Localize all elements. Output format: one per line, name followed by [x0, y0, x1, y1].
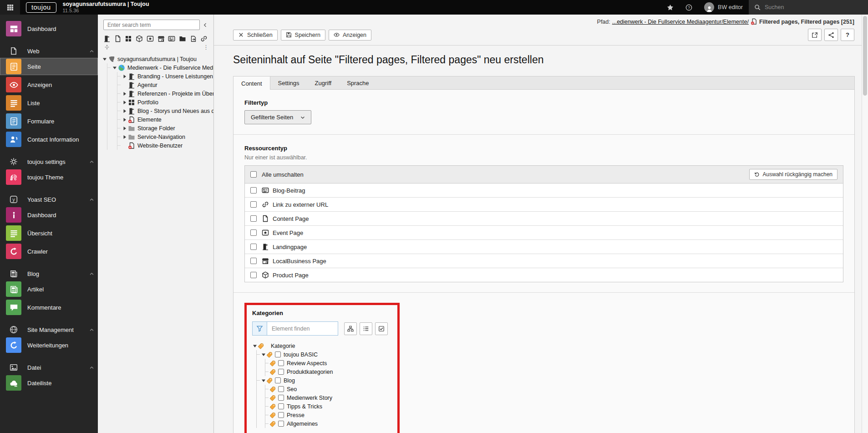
product-page-icon[interactable] [136, 35, 143, 42]
sidebar-item-liste[interactable]: Liste [0, 94, 98, 112]
toggle-checkboxes-button[interactable] [375, 322, 388, 335]
sidebar-item-weiterleitungen[interactable]: Weiterleitungen [0, 336, 98, 354]
sidebar-section-web[interactable]: Web [0, 45, 98, 57]
tree-node[interactable]: Referenzen - Projekte im Überblick [122, 89, 213, 98]
resource-row[interactable]: Product Page [245, 268, 843, 282]
caret-right-icon[interactable] [122, 109, 127, 113]
resize-handle-icon[interactable] [104, 44, 110, 50]
export-icon[interactable] [190, 35, 198, 42]
category-checkbox[interactable] [278, 360, 284, 366]
resource-row[interactable]: Content Page [245, 212, 843, 226]
tree-node[interactable]: Agentur [122, 81, 213, 89]
filtertyp-select[interactable]: Gefilterte Seiten [244, 110, 311, 124]
category-checkbox[interactable] [278, 421, 284, 427]
sidebar-section-blog[interactable]: Blog [0, 268, 98, 280]
toujou-logo[interactable]: toujou [26, 2, 56, 13]
toggle-all-checkbox[interactable] [250, 171, 257, 178]
module-grid-button[interactable] [0, 0, 20, 15]
category-checkbox[interactable] [278, 412, 284, 418]
caret-right-icon[interactable] [122, 118, 127, 122]
help-button[interactable] [680, 0, 698, 15]
tree-node[interactable]: Branding - Unsere Leistungen [122, 72, 213, 81]
tab-sprache[interactable]: Sprache [339, 76, 376, 89]
bookmarks-button[interactable] [661, 0, 680, 15]
tab-content[interactable]: Content [233, 76, 270, 90]
category-node[interactable]: toujou BASIC [261, 350, 392, 359]
category-filter-input[interactable] [267, 321, 338, 336]
tree-node[interactable]: Elemente [122, 115, 213, 124]
category-node[interactable]: Presse [269, 411, 392, 419]
expand-tree-button[interactable] [344, 322, 357, 335]
caret-down-icon[interactable] [102, 57, 107, 61]
category-checkbox[interactable] [278, 369, 284, 375]
resource-checkbox[interactable] [250, 201, 257, 208]
resource-checkbox[interactable] [250, 215, 257, 222]
sidebar-section-datei[interactable]: Datei [0, 362, 98, 373]
category-node[interactable]: Tipps & Tricks [269, 402, 392, 411]
resource-checkbox[interactable] [250, 258, 257, 264]
event-page-icon[interactable] [147, 35, 154, 42]
sidebar-section-site-management[interactable]: Site Management [0, 324, 98, 336]
sidebar-item-contact-information[interactable]: Contact Information [0, 131, 98, 148]
resource-row[interactable]: Blog-Beitrag [245, 183, 843, 198]
tree-node[interactable]: Portfolio [122, 98, 213, 107]
content-page-icon[interactable] [114, 35, 122, 42]
caret-right-icon[interactable] [122, 127, 127, 130]
resource-checkbox[interactable] [250, 244, 257, 250]
list-view-button[interactable] [360, 322, 372, 335]
path-link[interactable]: ...edienwerk - Die Fullservice Mediaagen… [612, 19, 749, 25]
caret-right-icon[interactable] [122, 75, 127, 78]
portfolio-icon[interactable] [125, 35, 132, 42]
scrollbar-thumb[interactable] [863, 16, 867, 96]
collapse-tree-button[interactable] [200, 22, 211, 28]
resource-checkbox[interactable] [250, 229, 257, 236]
category-node[interactable]: Produktkategorien [269, 367, 392, 376]
sidebar-item-uebersicht[interactable]: Übersicht [0, 224, 98, 242]
kebab-menu-icon[interactable]: ⋮ [203, 44, 209, 50]
sidebar-item-kommentare[interactable]: Kommentare [0, 299, 98, 316]
close-button[interactable]: Schließen [233, 30, 278, 41]
global-search-input[interactable] [765, 4, 842, 10]
sidebar-item-dashboard[interactable]: Dashboard [0, 20, 98, 37]
landingpage-icon[interactable] [103, 35, 111, 42]
resource-row[interactable]: LocalBusiness Page [245, 254, 843, 268]
caret-right-icon[interactable] [122, 135, 127, 139]
external-link-icon[interactable] [200, 35, 208, 42]
tree-node[interactable]: Website-Benutzer [122, 141, 213, 150]
share-button[interactable] [824, 29, 838, 41]
localbusiness-page-icon[interactable] [157, 35, 165, 42]
help-button[interactable]: ? [841, 29, 854, 41]
scrollbar[interactable] [862, 15, 868, 433]
open-new-window-button[interactable] [808, 29, 822, 41]
category-checkbox[interactable] [275, 377, 281, 383]
category-node[interactable]: Review Aspects [269, 359, 392, 367]
sidebar-item-artikel[interactable]: Artikel [0, 280, 98, 298]
category-node[interactable]: Allgemeines [269, 419, 392, 428]
caret-right-icon[interactable] [122, 101, 127, 104]
sidebar-item-formulare[interactable]: Formulare [0, 112, 98, 130]
sidebar-section-toujou-settings[interactable]: toujou settings [0, 156, 98, 168]
user-menu-button[interactable]: BW editor [698, 0, 749, 15]
resource-row[interactable]: Event Page [245, 226, 843, 240]
sidebar-section-yoast-seo[interactable]: Yoast SEO [0, 194, 98, 205]
save-button[interactable]: Speichern [281, 30, 325, 41]
undo-selection-button[interactable]: Auswahl rückgängig machen [749, 169, 838, 180]
tree-node-site[interactable]: Medienwerk - Die Fullservice Mediaag [112, 63, 213, 72]
category-node[interactable]: Seo [269, 385, 392, 393]
view-button[interactable]: Anzeigen [329, 30, 371, 41]
sidebar-item-yoast-dashboard[interactable]: Dashboard [0, 206, 98, 224]
page-tree-search-input[interactable] [103, 20, 200, 30]
sidebar-item-dateiliste[interactable]: Dateiliste [0, 374, 98, 392]
tab-settings[interactable]: Settings [270, 76, 307, 89]
resource-checkbox[interactable] [250, 272, 257, 278]
sidebar-item-anzeigen[interactable]: Anzeigen [0, 76, 98, 93]
folder-icon[interactable] [179, 35, 187, 42]
sidebar-item-toujou-theme[interactable]: toujou Theme [0, 168, 98, 186]
category-checkbox[interactable] [278, 386, 284, 392]
blog-post-icon[interactable] [168, 35, 176, 42]
caret-down-icon[interactable] [261, 353, 266, 357]
caret-down-icon[interactable] [252, 344, 258, 348]
resource-row[interactable]: Link zu externer URL [245, 198, 843, 212]
category-node[interactable]: Blog [261, 376, 392, 385]
sidebar-item-seite[interactable]: Seite [0, 58, 98, 75]
